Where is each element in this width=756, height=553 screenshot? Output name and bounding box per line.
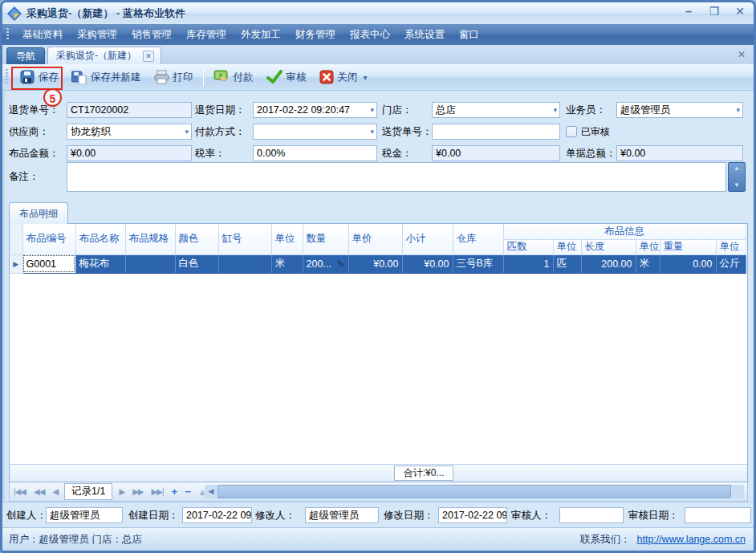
col-header-unit[interactable]: 单位 (271, 224, 303, 254)
nav-next-icon[interactable]: ▶ (119, 487, 124, 496)
menu-finance[interactable]: 财务管理 (288, 26, 343, 43)
website-link[interactable]: http://www.lange.com.cn (637, 534, 746, 545)
col-header-warehouse[interactable]: 仓库 (453, 224, 503, 254)
nav-first-icon[interactable]: |◀◀ (14, 487, 26, 496)
return-date-value: 2017-02-22 09:20:47 (257, 104, 350, 116)
col-header-qty[interactable]: 数量 (303, 224, 348, 254)
nav-add-icon[interactable]: + (172, 486, 177, 498)
remark-spinner[interactable]: ▲ ▼ (728, 162, 746, 192)
delivery-no-field[interactable] (432, 124, 560, 140)
close-form-button[interactable]: 关闭 ▾ (313, 67, 374, 87)
cell-vat[interactable] (218, 254, 271, 273)
cell-length-unit[interactable]: 米 (636, 254, 660, 273)
audit-button[interactable]: 审核 (260, 67, 313, 87)
cell-warehouse[interactable]: 三号B库 (453, 254, 503, 273)
supplier-field[interactable]: 协龙纺织 ▾ (67, 124, 192, 140)
spin-down-icon[interactable]: ▼ (734, 182, 740, 189)
col-header-color[interactable]: 颜色 (175, 224, 218, 254)
cell-pieces-unit[interactable]: 匹 (553, 254, 581, 273)
fabric-amount-field: ¥0.00 (67, 145, 192, 161)
menu-sales[interactable]: 销售管理 (124, 26, 179, 43)
tab-navigation[interactable]: 导航 (6, 47, 45, 64)
tab-fabric-detail[interactable]: 布品明细 (9, 202, 68, 224)
document-tab-bar: 导航 采购退货-（新建） ✕ ✕ (2, 45, 754, 64)
cell-color[interactable]: 白色 (175, 254, 218, 273)
col-header-vat[interactable]: 缸号 (218, 224, 271, 254)
cell-weight[interactable]: 0.00 (660, 254, 716, 273)
nav-next-page-icon[interactable]: ▶▶ (132, 487, 143, 496)
cell-price[interactable]: ¥0.00 (348, 254, 402, 273)
col-header-pieces[interactable]: 匹数 (503, 239, 553, 254)
chevron-down-icon[interactable]: ▾ (370, 103, 374, 117)
horizontal-scrollbar[interactable]: ◀ (205, 485, 744, 498)
chevron-down-icon[interactable]: ▾ (370, 124, 374, 139)
cell-name[interactable]: 梅花布 (75, 254, 125, 273)
scroll-left-icon[interactable]: ◀ (205, 485, 217, 498)
cell-code[interactable]: G0001 (22, 254, 75, 273)
pay-label: 付款 (234, 71, 254, 84)
audited-checkbox[interactable]: 已审核 (566, 124, 610, 140)
red-x-icon (319, 70, 334, 84)
chevron-down-icon[interactable]: ▾ (185, 124, 189, 139)
tab-close-icon[interactable]: ✕ (143, 51, 154, 62)
spin-up-icon[interactable]: ▲ (734, 165, 740, 172)
menu-settings[interactable]: 系统设置 (397, 26, 452, 43)
return-date-field[interactable]: 2017-02-22 09:20:47 ▾ (253, 102, 377, 118)
menu-window[interactable]: 窗口 (452, 26, 486, 43)
nav-delete-icon[interactable]: − (185, 486, 190, 498)
save-and-new-button[interactable]: 保存并新建 (65, 67, 148, 87)
cell-subtotal[interactable]: ¥0.00 (402, 254, 453, 273)
create-date-field: 2017-02-22 09 (182, 507, 252, 523)
maximize-button[interactable]: ❐ (707, 5, 721, 18)
salesman-field[interactable]: 超级管理员 ▾ (616, 102, 743, 118)
pay-method-field[interactable]: ▾ (253, 124, 377, 140)
pay-button[interactable]: 付款 (207, 67, 260, 87)
cell-qty[interactable]: ✎ 200... (303, 254, 348, 273)
grid-footer: 合计:¥0... (10, 464, 747, 482)
cell-unit[interactable]: 米 (271, 254, 303, 273)
col-header-subtotal[interactable]: 小计 (402, 224, 453, 254)
col-header-pieces-unit[interactable]: 单位 (553, 239, 581, 254)
menu-inventory[interactable]: 库存管理 (179, 26, 234, 43)
status-user-info: 用户：超级管理员 门店：总店 (9, 533, 142, 547)
col-header-name[interactable]: 布品名称 (75, 224, 125, 254)
menu-reports[interactable]: 报表中心 (343, 26, 397, 43)
col-header-weight-unit[interactable]: 单位 (716, 239, 746, 254)
store-field[interactable]: 总店 ▾ (432, 102, 560, 118)
nav-prev-page-icon[interactable]: ◀◀ (34, 487, 44, 496)
app-logo-icon (7, 6, 22, 21)
print-button[interactable]: 打印 (148, 67, 200, 87)
total-amount-field: ¥0.00 (616, 145, 743, 161)
col-header-spec[interactable]: 布品规格 (125, 224, 175, 254)
minimize-button[interactable]: – (681, 5, 696, 18)
modifier-value: 超级管理员 (309, 510, 360, 521)
remark-field[interactable] (67, 162, 726, 192)
col-header-length-unit[interactable]: 单位 (636, 239, 660, 254)
col-header-code[interactable]: 布品编号 (22, 224, 75, 254)
chevron-down-icon[interactable]: ▾ (736, 103, 740, 117)
chevron-down-icon[interactable]: ▾ (553, 103, 557, 117)
close-dropdown-icon[interactable]: ▾ (364, 73, 368, 82)
edit-pencil-icon[interactable]: ✎ (336, 258, 344, 270)
menu-basic-data[interactable]: 基础资料 (15, 26, 70, 43)
col-header-weight[interactable]: 重量 (660, 239, 716, 254)
menu-outsourcing[interactable]: 外发加工 (234, 26, 288, 43)
cell-weight-unit[interactable]: 公斤 (716, 254, 746, 273)
cell-spec[interactable] (125, 254, 175, 273)
tab-purchase-return[interactable]: 采购退货-（新建） ✕ (47, 47, 161, 64)
close-button[interactable]: ✕ (733, 5, 747, 18)
nav-last-icon[interactable]: ▶▶| (152, 487, 164, 496)
checkbox-icon[interactable] (566, 126, 577, 137)
col-header-length[interactable]: 长度 (581, 239, 636, 254)
scrollbar-thumb[interactable] (217, 485, 731, 498)
cell-length[interactable]: 200.00 (581, 254, 636, 273)
cell-pieces[interactable]: 1 (503, 254, 553, 273)
tabbar-close-icon[interactable]: ✕ (738, 49, 746, 60)
return-no-field[interactable]: CT17020002 (67, 102, 192, 118)
col-header-price[interactable]: 单价 (348, 224, 402, 254)
toolbar: 保存 保存并新建 打印 付款 (2, 64, 754, 91)
nav-prev-icon[interactable]: ◀ (52, 487, 58, 496)
table-row[interactable]: ▶ G0001 梅花布 白色 米 ✎ 200... ¥0.00 ¥0.00 (10, 254, 746, 273)
tax-rate-field[interactable]: 0.00% (253, 145, 377, 161)
menu-purchase[interactable]: 采购管理 (70, 26, 124, 43)
